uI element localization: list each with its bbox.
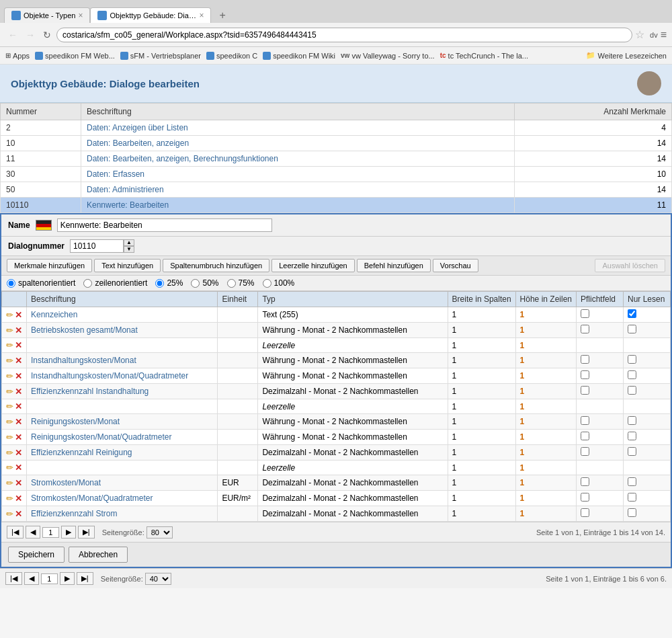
outer-page-size-select[interactable]: 40 20 80 bbox=[145, 573, 171, 585]
lesen-checkbox[interactable] bbox=[628, 447, 636, 456]
radio-width-100[interactable] bbox=[263, 279, 271, 288]
name-input[interactable] bbox=[57, 218, 272, 232]
pflicht-checkbox[interactable] bbox=[581, 477, 589, 486]
lesen-checkbox[interactable] bbox=[628, 386, 636, 395]
dialognummer-spinner[interactable]: ▲ ▼ bbox=[124, 239, 134, 253]
outer-page-input[interactable] bbox=[41, 573, 58, 584]
edit-icon[interactable]: ✏ bbox=[6, 356, 13, 366]
lesen-checkbox[interactable] bbox=[628, 355, 636, 364]
lesen-checkbox[interactable] bbox=[628, 493, 636, 502]
outer-prev-page[interactable]: ◀ bbox=[24, 572, 39, 585]
tab-objekte-typen[interactable]: Objekte - Typen × bbox=[4, 7, 90, 23]
outer-table-row[interactable]: 50 Daten: Administrieren 14 bbox=[1, 182, 672, 198]
forward-button[interactable]: → bbox=[23, 28, 38, 42]
outer-table-row[interactable]: 10110 Kennwerte: Bearbeiten 11 bbox=[1, 198, 672, 213]
spaltenumbruch-btn[interactable]: Spaltenumbruch hinzufügen bbox=[163, 259, 269, 272]
inner-last-page[interactable]: ▶| bbox=[78, 526, 95, 539]
edit-icon[interactable]: ✏ bbox=[6, 493, 13, 504]
pflicht-checkbox[interactable] bbox=[581, 508, 589, 517]
leerzelle-btn[interactable]: Leerzelle hinzufügen bbox=[271, 259, 355, 272]
radio-width-75[interactable] bbox=[227, 279, 236, 288]
vorschau-btn[interactable]: Vorschau bbox=[433, 259, 478, 272]
outer-last-page[interactable]: ▶| bbox=[77, 572, 93, 585]
delete-icon[interactable]: ✕ bbox=[15, 463, 22, 473]
delete-icon[interactable]: ✕ bbox=[15, 401, 22, 411]
radio-spaltenorientiert[interactable] bbox=[7, 279, 15, 288]
edit-icon[interactable]: ✏ bbox=[6, 448, 13, 458]
edit-icon[interactable]: ✏ bbox=[6, 478, 13, 488]
edit-icon[interactable]: ✏ bbox=[6, 401, 13, 411]
inner-prev-page[interactable]: ◀ bbox=[26, 526, 40, 539]
delete-icon[interactable]: ✕ bbox=[15, 509, 22, 519]
browser-menu-icon[interactable]: dv bbox=[650, 31, 658, 39]
outer-first-page[interactable]: |◀ bbox=[5, 572, 22, 585]
lesen-checkbox[interactable] bbox=[628, 309, 636, 318]
delete-icon[interactable]: ✕ bbox=[15, 448, 22, 458]
pflicht-checkbox[interactable] bbox=[581, 325, 589, 333]
outer-table-row[interactable]: 10 Daten: Bearbeiten, anzeigen 14 bbox=[1, 136, 672, 151]
inner-first-page[interactable]: |◀ bbox=[7, 526, 24, 539]
outer-next-page[interactable]: ▶ bbox=[60, 572, 75, 585]
delete-icon[interactable]: ✕ bbox=[15, 417, 22, 427]
save-button[interactable]: Speichern bbox=[8, 547, 65, 563]
bookmark-apps[interactable]: ⊞ Apps bbox=[5, 52, 30, 60]
radio-width-25[interactable] bbox=[155, 279, 164, 288]
radio-width-50[interactable] bbox=[191, 279, 200, 288]
edit-icon[interactable]: ✏ bbox=[6, 310, 13, 320]
inner-page-size-select[interactable]: 80 40 20 bbox=[146, 526, 173, 539]
merkmale-btn[interactable]: Merkmale hinzufügen bbox=[7, 259, 92, 272]
edit-icon[interactable]: ✏ bbox=[6, 509, 13, 519]
delete-icon[interactable]: ✕ bbox=[15, 493, 22, 504]
spinner-down[interactable]: ▼ bbox=[124, 246, 134, 253]
delete-icon[interactable]: ✕ bbox=[15, 325, 22, 335]
text-btn[interactable]: Text hinzufügen bbox=[94, 259, 161, 272]
edit-icon[interactable]: ✏ bbox=[6, 432, 13, 442]
spinner-up[interactable]: ▲ bbox=[124, 239, 134, 246]
pflicht-checkbox[interactable] bbox=[581, 355, 589, 364]
pflicht-checkbox[interactable] bbox=[581, 386, 589, 395]
bookmark-sfm[interactable]: sFM - Vertriebsplaner bbox=[120, 52, 201, 60]
befehl-btn[interactable]: Befehl hinzufügen bbox=[357, 259, 431, 272]
delete-icon[interactable]: ✕ bbox=[15, 387, 22, 397]
bookmark-techcrunch[interactable]: tc tc TechCrunch - The la... bbox=[440, 52, 528, 60]
delete-icon[interactable]: ✕ bbox=[15, 478, 22, 488]
outer-table-row[interactable]: 11 Daten: Bearbeiten, anzeigen, Berechnu… bbox=[1, 151, 672, 167]
pflicht-checkbox[interactable] bbox=[581, 447, 589, 456]
lesen-checkbox[interactable] bbox=[628, 416, 636, 425]
refresh-button[interactable]: ↻ bbox=[40, 28, 54, 42]
lesen-checkbox[interactable] bbox=[628, 370, 636, 379]
pflicht-checkbox[interactable] bbox=[581, 309, 589, 318]
tab-close-1[interactable]: × bbox=[78, 11, 83, 19]
lesen-checkbox[interactable] bbox=[628, 477, 636, 486]
lesen-checkbox[interactable] bbox=[628, 432, 636, 440]
pflicht-checkbox[interactable] bbox=[581, 370, 589, 379]
delete-icon[interactable]: ✕ bbox=[15, 356, 22, 366]
pflicht-checkbox[interactable] bbox=[581, 416, 589, 425]
bookmark-speedikon-wiki[interactable]: speedikon FM Wiki bbox=[263, 52, 335, 60]
bookmark-more[interactable]: 📁 Weitere Lesezeichen bbox=[586, 51, 667, 60]
edit-icon[interactable]: ✏ bbox=[6, 371, 13, 381]
edit-icon[interactable]: ✏ bbox=[6, 417, 13, 427]
edit-icon[interactable]: ✏ bbox=[6, 463, 13, 473]
new-tab-button[interactable]: + bbox=[214, 8, 230, 23]
bookmark-star[interactable]: ☆ bbox=[635, 28, 644, 41]
edit-icon[interactable]: ✏ bbox=[6, 340, 13, 350]
address-bar[interactable] bbox=[56, 28, 632, 42]
radio-zeilenorientiert[interactable] bbox=[83, 279, 92, 288]
edit-icon[interactable]: ✏ bbox=[6, 325, 13, 335]
outer-table-row[interactable]: 30 Daten: Erfassen 10 bbox=[1, 167, 672, 182]
pflicht-checkbox[interactable] bbox=[581, 432, 589, 440]
delete-icon[interactable]: ✕ bbox=[15, 310, 22, 320]
auswahl-loeschen-btn[interactable]: Auswahl löschen bbox=[595, 259, 665, 272]
cancel-button[interactable]: Abbrechen bbox=[69, 547, 128, 563]
outer-table-row[interactable]: 2 Daten: Anzeigen über Listen 4 bbox=[1, 120, 672, 136]
tab-close-2[interactable]: × bbox=[199, 11, 204, 19]
bookmark-speedikon-fm[interactable]: speedikon FM Web... bbox=[35, 52, 115, 60]
inner-page-input[interactable] bbox=[42, 527, 59, 538]
bookmark-valleywag[interactable]: vw vw Valleywag - Sorry to... bbox=[341, 52, 435, 60]
pflicht-checkbox[interactable] bbox=[581, 493, 589, 502]
delete-icon[interactable]: ✕ bbox=[15, 371, 22, 381]
tab-objekttyp[interactable]: Objekttyp Gebäude: Dialo... × bbox=[90, 7, 211, 23]
lesen-checkbox[interactable] bbox=[628, 325, 636, 333]
settings-icon[interactable]: ≡ bbox=[661, 29, 667, 41]
